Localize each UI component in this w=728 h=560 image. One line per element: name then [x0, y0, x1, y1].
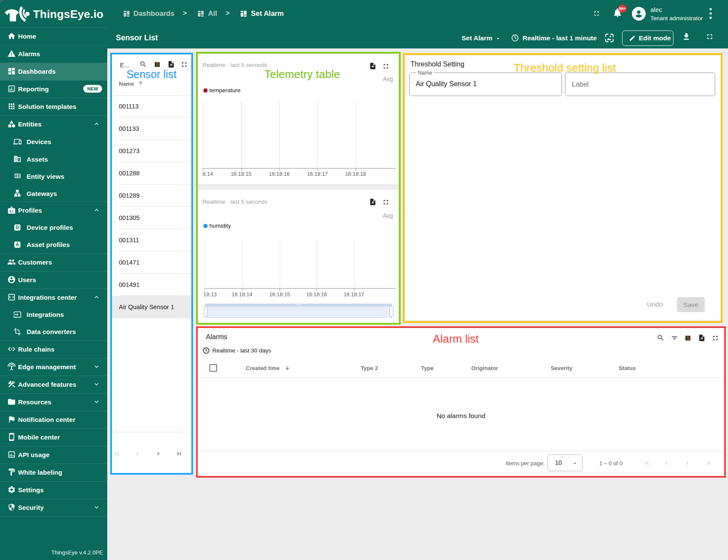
svg-text:D: D	[16, 225, 19, 230]
svg-text:A: A	[16, 242, 19, 247]
